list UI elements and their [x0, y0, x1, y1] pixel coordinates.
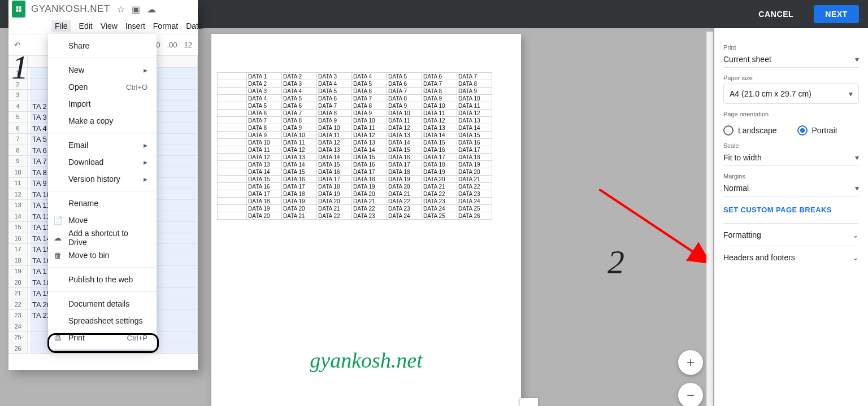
preview-cell: DATA 18 [282, 190, 317, 198]
file-download[interactable]: Download▸ [48, 154, 157, 171]
scale-label: Scale [723, 142, 859, 149]
row-number[interactable]: 15 [8, 222, 28, 233]
row-number[interactable]: 8 [8, 145, 28, 156]
move-folder-icon[interactable]: ▣ [132, 4, 140, 15]
preview-cell: DATA 18 [457, 154, 492, 161]
preview-cell: DATA 9 [387, 102, 422, 110]
row-number[interactable]: 12 [8, 189, 28, 200]
file-new[interactable]: New▸ [48, 62, 157, 78]
file-rename[interactable]: Rename [48, 195, 157, 212]
row-number[interactable]: 4 [8, 101, 28, 112]
file-email[interactable]: Email▸ [48, 137, 157, 154]
row-number[interactable]: 22 [8, 299, 28, 311]
row-number[interactable]: 20 [8, 277, 28, 289]
menu-view[interactable]: View [101, 21, 118, 30]
preview-cell: DATA 20 [387, 183, 422, 190]
orientation-portrait[interactable]: Portrait [797, 125, 837, 136]
preview-cell: DATA 17 [352, 168, 387, 176]
print-scope-select[interactable]: Current sheet ▾ [723, 51, 859, 68]
next-button[interactable]: NEXT [814, 5, 859, 23]
preview-cell: DATA 21 [352, 198, 387, 205]
doc-title[interactable]: GYANKOSH.NET [31, 3, 110, 15]
formatting-label: Formatting [723, 230, 761, 239]
preview-cell: DATA 23 [352, 212, 387, 220]
menu-file[interactable]: File [51, 20, 71, 32]
set-custom-page-breaks[interactable]: SET CUSTOM PAGE BREAKS [723, 206, 859, 214]
font-size[interactable]: 12 [184, 41, 192, 49]
row-number[interactable]: 9 [8, 156, 28, 167]
menu-insert[interactable]: Insert [125, 21, 145, 30]
formatting-accordion[interactable]: Formatting ⌄ [723, 223, 859, 246]
preview-cell: DATA 25 [457, 205, 492, 212]
preview-cell: DATA 11 [387, 117, 422, 124]
row-number[interactable]: 24 [8, 321, 28, 333]
sheets-doc-icon[interactable] [12, 1, 25, 18]
menu-data[interactable]: Data [186, 21, 203, 30]
preview-cell: DATA 9 [457, 88, 492, 95]
file-publish[interactable]: Publish to the web [48, 271, 157, 288]
preview-cell: DATA 16 [457, 139, 492, 146]
preview-cell: DATA 19 [352, 183, 387, 190]
preview-cell: DATA 9 [317, 117, 352, 124]
preview-cell: DATA 7 [317, 102, 352, 110]
row-number[interactable]: 17 [8, 244, 28, 255]
preview-cell: DATA 20 [422, 176, 457, 183]
zoom-in-button[interactable]: + [678, 350, 703, 375]
orientation-landscape[interactable]: Landscape [723, 125, 777, 136]
preview-cell: DATA 21 [317, 205, 352, 212]
menu-edit[interactable]: Edit [79, 21, 93, 30]
menu-format[interactable]: Format [153, 21, 178, 30]
row-number[interactable]: 5 [8, 112, 28, 123]
file-open[interactable]: OpenCtrl+O [48, 78, 157, 95]
preview-cell: DATA 20 [352, 190, 387, 198]
row-number[interactable]: 10 [8, 167, 28, 178]
row-number[interactable]: 23 [8, 310, 28, 321]
preview-scrollbar[interactable] [706, 32, 713, 406]
file-add-shortcut[interactable]: ☁Add a shortcut to Drive [48, 229, 157, 247]
increase-decimal-icon[interactable]: .00 [167, 41, 177, 49]
file-version-history[interactable]: Version history▸ [48, 171, 157, 187]
print-scope-value: Current sheet [723, 55, 771, 64]
file-share[interactable]: Share [48, 37, 157, 54]
preview-cell: DATA 7 [387, 88, 422, 95]
preview-cell: DATA 22 [352, 205, 387, 212]
file-spreadsheet-settings[interactable]: Spreadsheet settings [48, 312, 157, 329]
file-move[interactable]: 📄Move [48, 212, 157, 229]
file-bin-label: Move to bin [68, 251, 109, 260]
orientation-label: Page orientation [723, 111, 859, 117]
radio-checked-icon [797, 125, 808, 136]
paper-size-select[interactable]: A4 (21.0 cm x 29.7 cm) ▾ [723, 84, 859, 104]
row-number[interactable]: 16 [8, 233, 28, 245]
row-number[interactable]: 25 [8, 332, 28, 343]
row-number[interactable]: 13 [8, 200, 28, 211]
row-number[interactable]: 26 [8, 343, 28, 355]
row-number[interactable]: 11 [8, 178, 28, 189]
preview-cell: DATA 10 [422, 102, 457, 110]
row-number[interactable]: 7 [8, 134, 28, 145]
preview-cell: DATA 18 [352, 176, 387, 183]
row-number[interactable]: 18 [8, 255, 28, 267]
file-make-copy[interactable]: Make a copy [48, 112, 157, 129]
margins-select[interactable]: Normal ▾ [723, 180, 859, 197]
preview-cell: DATA 14 [457, 124, 492, 132]
scale-select[interactable]: Fit to width ▾ [723, 149, 859, 166]
row-number[interactable]: 14 [8, 211, 28, 222]
row-number[interactable]: 21 [8, 288, 28, 299]
headers-footers-accordion[interactable]: Headers and footers ⌄ [723, 246, 859, 268]
file-import[interactable]: Import [48, 95, 157, 112]
row-number[interactable]: 19 [8, 266, 28, 277]
file-menu: Share New▸ OpenCtrl+O Import Make a copy… [48, 34, 157, 350]
preview-cell: DATA 17 [282, 183, 317, 190]
zoom-out-button[interactable]: − [678, 383, 703, 406]
cancel-button[interactable]: CANCEL [747, 5, 805, 23]
preview-cell: DATA 15 [352, 154, 387, 161]
preview-cell: DATA 1 [247, 73, 282, 80]
preview-cell: DATA 19 [317, 190, 352, 198]
file-new-label: New [68, 66, 84, 75]
file-document-details[interactable]: Document details [48, 295, 157, 312]
preview-cell: DATA 3 [282, 80, 317, 88]
row-number[interactable]: 6 [8, 123, 28, 134]
row-number[interactable]: 3 [8, 90, 28, 101]
file-move-to-bin[interactable]: 🗑Move to bin [48, 247, 157, 264]
star-icon[interactable]: ☆ [117, 4, 125, 15]
